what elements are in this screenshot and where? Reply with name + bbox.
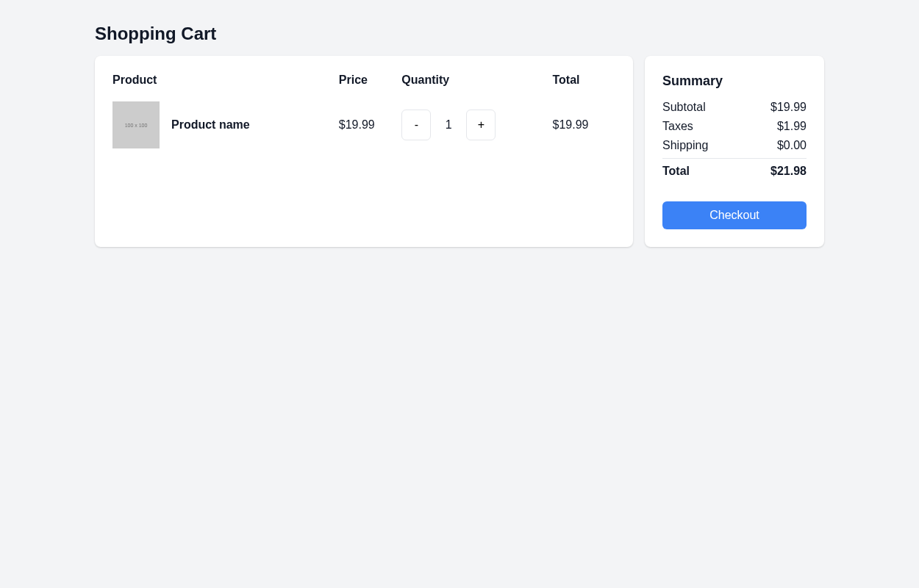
col-header-quantity: Quantity [401,74,552,101]
subtotal-value: $19.99 [770,101,807,114]
total-label: Total [662,165,690,178]
taxes-label: Taxes [662,120,693,133]
increase-button[interactable]: + [466,110,496,140]
total-value: $21.98 [770,165,807,178]
product-price: $19.99 [339,101,402,148]
summary-row-taxes: Taxes $1.99 [662,120,807,133]
summary-row-shipping: Shipping $0.00 [662,139,807,152]
checkout-button[interactable]: Checkout [662,201,807,229]
decrease-button[interactable]: - [401,110,431,140]
quantity-stepper: - 1 + [401,110,552,140]
divider [662,158,807,159]
summary-card: Summary Subtotal $19.99 Taxes $1.99 Ship… [645,56,824,247]
subtotal-label: Subtotal [662,101,706,114]
products-table: Product Price Quantity Total 100 x 100 P… [112,74,615,148]
product-thumbnail: 100 x 100 [112,101,160,148]
col-header-total: Total [552,74,615,101]
col-header-price: Price [339,74,402,101]
shipping-label: Shipping [662,139,708,152]
page-title: Shopping Cart [95,24,824,44]
product-total: $19.99 [552,101,615,148]
summary-row-total: Total $21.98 [662,165,807,178]
taxes-value: $1.99 [777,120,807,133]
shipping-value: $0.00 [777,139,807,152]
product-name: Product name [171,118,250,132]
products-card: Product Price Quantity Total 100 x 100 P… [95,56,633,247]
summary-title: Summary [662,74,807,89]
quantity-value: 1 [431,118,466,132]
summary-row-subtotal: Subtotal $19.99 [662,101,807,114]
table-row: 100 x 100 Product name $19.99 - 1 + [112,101,615,148]
col-header-product: Product [112,74,339,101]
